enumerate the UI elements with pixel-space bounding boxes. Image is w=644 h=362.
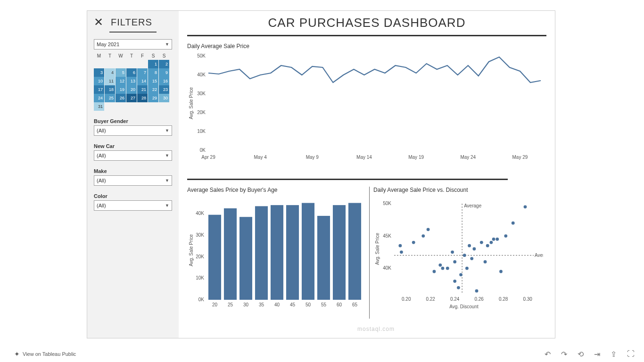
calendar-day[interactable]: 14 xyxy=(137,77,148,85)
svg-point-62 xyxy=(441,267,445,270)
filter-gender-value: (All) xyxy=(97,128,106,133)
calendar-day xyxy=(126,102,137,111)
redo-icon[interactable]: ↷ xyxy=(561,350,567,359)
calendar-day[interactable]: 15 xyxy=(148,77,158,85)
calendar-day[interactable]: 23 xyxy=(159,85,169,94)
calendar-weekday-row: MTWTFSS xyxy=(94,53,172,60)
svg-text:May 4: May 4 xyxy=(254,155,267,160)
svg-text:50K: 50K xyxy=(197,53,206,58)
svg-point-56 xyxy=(400,250,403,254)
title-underline xyxy=(187,35,546,36)
fullscreen-icon[interactable]: ⛶ xyxy=(627,350,635,358)
calendar-day[interactable]: 11 xyxy=(105,77,115,85)
filter-make: Make (All) ▼ xyxy=(94,168,172,186)
calendar-day[interactable]: 12 xyxy=(116,77,126,85)
svg-text:0.28: 0.28 xyxy=(499,296,508,302)
vertical-separator xyxy=(369,187,370,319)
calendar-day[interactable]: 13 xyxy=(126,77,137,85)
svg-text:35: 35 xyxy=(259,302,264,307)
bottom-row: Average Sales Price by Buyer's Age 0K10K… xyxy=(187,187,546,319)
svg-text:Average: Average xyxy=(535,253,543,258)
calendar-day[interactable]: 10 xyxy=(94,77,104,85)
chart2-title: Average Sales Price by Buyer's Age xyxy=(187,187,365,193)
svg-point-74 xyxy=(475,289,479,293)
calendar-day xyxy=(126,60,137,68)
calendar-day[interactable]: 4 xyxy=(105,68,115,77)
calendar-day[interactable]: 31 xyxy=(94,102,104,111)
close-icon[interactable]: ✕ xyxy=(94,16,103,28)
calendar-day[interactable]: 3 xyxy=(94,68,104,77)
calendar-day[interactable]: 19 xyxy=(116,85,126,94)
svg-point-70 xyxy=(465,267,469,270)
footer-left[interactable]: ✦ View on Tableau Public xyxy=(14,351,76,357)
svg-point-82 xyxy=(504,234,507,238)
svg-point-71 xyxy=(468,244,471,247)
svg-point-61 xyxy=(438,263,442,267)
svg-text:Apr 29: Apr 29 xyxy=(201,155,215,160)
revert-icon[interactable]: ⟲ xyxy=(578,350,584,359)
calendar-day xyxy=(137,60,148,68)
svg-rect-21 xyxy=(224,208,237,300)
calendar-day[interactable]: 5 xyxy=(116,68,126,77)
calendar-day[interactable]: 9 xyxy=(159,68,169,77)
svg-point-83 xyxy=(512,222,515,225)
pause-icon[interactable]: ⇥ xyxy=(594,350,600,359)
filters-title: FILTERS xyxy=(111,17,152,28)
calendar-day[interactable]: 22 xyxy=(148,85,158,94)
svg-text:30: 30 xyxy=(243,302,249,307)
tableau-icon: ✦ xyxy=(14,351,20,357)
calendar-day[interactable]: 25 xyxy=(105,94,115,102)
calendar-day xyxy=(148,102,158,111)
calendar-day[interactable]: 28 xyxy=(137,94,148,102)
svg-text:40K: 40K xyxy=(197,72,206,77)
svg-rect-29 xyxy=(348,203,361,300)
svg-text:0K: 0K xyxy=(198,297,205,302)
filter-newcar-value: (All) xyxy=(97,153,106,158)
svg-text:Average: Average xyxy=(464,203,482,208)
svg-point-79 xyxy=(492,238,495,241)
calendar-day[interactable]: 26 xyxy=(116,94,126,102)
svg-rect-22 xyxy=(239,217,252,300)
filter-newcar-dropdown[interactable]: (All) ▼ xyxy=(94,150,172,161)
calendar-day[interactable]: 1 xyxy=(148,60,158,68)
svg-text:10K: 10K xyxy=(196,275,204,280)
filter-color-dropdown[interactable]: (All) ▼ xyxy=(94,200,172,211)
chart3-title: Daily Average Sale Price vs. Discount xyxy=(373,187,546,193)
svg-rect-26 xyxy=(302,203,314,300)
calendar-day[interactable]: 2 xyxy=(159,60,169,68)
month-dropdown[interactable]: May 2021 ▼ xyxy=(94,39,172,49)
svg-point-76 xyxy=(484,260,487,263)
svg-text:20K: 20K xyxy=(197,110,206,115)
calendar-day[interactable]: 6 xyxy=(126,68,137,77)
svg-text:20K: 20K xyxy=(196,254,204,259)
calendar-day[interactable]: 17 xyxy=(94,85,104,94)
svg-text:65: 65 xyxy=(352,302,358,307)
calendar-day[interactable]: 7 xyxy=(137,68,148,77)
filter-gender-label: Buyer Gender xyxy=(94,118,172,124)
share-icon[interactable]: ⇪ xyxy=(611,350,617,359)
calendar-day[interactable]: 18 xyxy=(105,85,115,94)
filter-gender: Buyer Gender (All) ▼ xyxy=(94,118,172,136)
svg-text:May 24: May 24 xyxy=(460,155,476,160)
month-dropdown-value: May 2021 xyxy=(97,41,119,47)
calendar-day[interactable]: 16 xyxy=(159,77,169,85)
svg-point-58 xyxy=(421,234,425,238)
svg-rect-20 xyxy=(208,215,221,300)
calendar-day[interactable]: 8 xyxy=(148,68,158,77)
calendar-body: 1234567891011121314151617181920212223242… xyxy=(94,60,172,111)
calendar-day[interactable]: 29 xyxy=(148,94,158,102)
svg-point-81 xyxy=(499,270,503,273)
filter-make-dropdown[interactable]: (All) ▼ xyxy=(94,175,172,186)
svg-point-77 xyxy=(486,244,489,247)
calendar-day xyxy=(105,60,115,68)
undo-icon[interactable]: ↶ xyxy=(545,350,551,359)
svg-point-68 xyxy=(459,273,462,276)
svg-text:45: 45 xyxy=(290,302,296,307)
calendar-day[interactable]: 24 xyxy=(94,94,104,102)
svg-text:50: 50 xyxy=(305,302,311,307)
calendar-day[interactable]: 20 xyxy=(126,85,137,94)
calendar-day[interactable]: 27 xyxy=(126,94,137,102)
calendar-day[interactable]: 21 xyxy=(137,85,148,94)
filter-gender-dropdown[interactable]: (All) ▼ xyxy=(94,125,172,136)
calendar-day[interactable]: 30 xyxy=(159,94,169,102)
